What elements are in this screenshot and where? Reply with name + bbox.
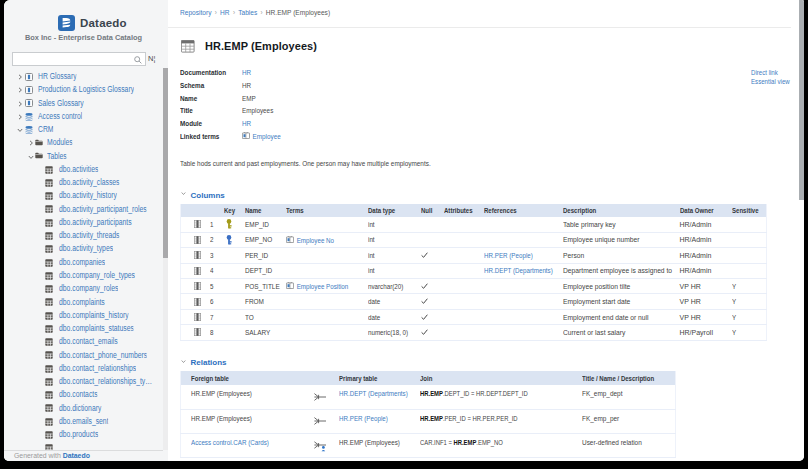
column-references: HR.DEPT (Departments) [484, 267, 553, 274]
tree-item[interactable]: dbo.activity_threads [4, 229, 163, 242]
table-icon [45, 259, 53, 267]
tree-item[interactable]: dbo.company_role_types [4, 269, 163, 282]
column-name-text: DEPT_ID [245, 267, 272, 274]
column-sensitive-text: Y [732, 283, 736, 290]
term-link[interactable]: Employee Position [296, 283, 348, 290]
tree-item[interactable]: dbo.companies [4, 256, 163, 269]
column-references-cell [480, 294, 559, 309]
breadcrumb-link[interactable]: Tables [238, 9, 257, 16]
relation-row[interactable]: Access control.CAR (Cards)HR.EMP (Employ… [181, 433, 676, 457]
column-row[interactable]: 1EMP_IDintTable primary keyHR/Admin [181, 217, 767, 232]
column-ordinal-text: 8 [210, 329, 213, 336]
breadcrumb-separator: › [215, 9, 217, 16]
column-row[interactable]: 6FROMdateEmployment start dateVP HRY [181, 294, 767, 309]
breadcrumb-link[interactable]: HR [220, 9, 230, 16]
table-icon [45, 351, 53, 359]
term-link[interactable]: Employee No [296, 237, 333, 244]
column-datatype: numeric(18, 0) [364, 325, 417, 340]
main-scrollbar-thumb[interactable] [799, 0, 804, 200]
clipped-label: N¦ [148, 53, 163, 65]
tree-item[interactable]: dbo.activity_classes [4, 176, 163, 189]
column-row[interactable]: 5POS_TITLEEmployee Positionnvarchar(20)E… [181, 278, 767, 293]
column-term-cell: Employee Position [282, 278, 364, 293]
column-data-owner-text: HR/Admin [680, 221, 712, 228]
columns-header-cell [181, 204, 206, 216]
column-name: EMP_NO [241, 232, 282, 247]
columns-section-header[interactable]: Columns [181, 191, 225, 201]
column-row[interactable]: 2EMP_NOEmployee NointEmployee unique num… [181, 232, 767, 247]
primary-key-icon [226, 219, 232, 229]
search-box[interactable] [12, 52, 146, 66]
tree-item[interactable]: dbo.activity_types [4, 242, 163, 255]
primary-table-link[interactable]: HR.PER (People) [339, 415, 388, 422]
table-icon [45, 192, 53, 200]
columns-header-cell: References [480, 204, 559, 216]
columns-header-label: Terms [286, 207, 304, 214]
tree-item[interactable]: dbo.emails_sent [4, 415, 163, 428]
catalog-subtitle: Box Inc - Enterprise Data Catalog [4, 33, 163, 42]
column-attributes-cell [440, 263, 480, 278]
column-row[interactable]: 4DEPT_IDintHR.DEPT (Departments)Departme… [181, 263, 767, 278]
tree-item[interactable]: dbo.products [4, 428, 163, 441]
foreign-table-link[interactable]: Access control.CAR (Cards) [191, 439, 269, 446]
tree-item[interactable]: Sales Glossary [4, 97, 163, 110]
footer-brand-link[interactable]: Dataedo [63, 452, 90, 459]
tree-item[interactable]: Tables [4, 150, 163, 163]
tree-item[interactable]: Production & Logistics Glossary [4, 83, 163, 96]
column-key-cell [220, 294, 241, 309]
column-row[interactable]: 3PER_IDintHR.PER (People)PersonHR/Admin [181, 248, 767, 263]
tree-item[interactable]: dbo.contact_relationships [4, 362, 163, 375]
tree-item[interactable]: dbo.activity_participants [4, 216, 163, 229]
tree-item[interactable] [4, 441, 163, 450]
primary-table-link[interactable]: HR.DEPT (Departments) [339, 390, 408, 397]
tree-item-label: dbo.activity_participants [59, 216, 132, 229]
relation-row[interactable]: HR.EMP (Employees)HR.DEPT (Departments)H… [181, 385, 676, 409]
tree-item-label: dbo.activity_classes [59, 176, 120, 189]
column-references-cell [480, 232, 559, 247]
tree-item[interactable]: CRM [4, 123, 163, 136]
breadcrumb-divider [168, 27, 791, 28]
reference-link[interactable]: HR.PER (People) [484, 252, 533, 259]
direct-link[interactable]: Direct link [751, 68, 790, 77]
relation-title: FK_emp_per [578, 409, 676, 433]
top-links: Direct link Essential view [751, 68, 790, 87]
essential-view-link[interactable]: Essential view [751, 77, 790, 86]
relation-row[interactable]: HR.EMP (Employees)HR.PER (People)HR.EMP.… [181, 409, 676, 433]
metadata-value-link[interactable]: HR [242, 119, 251, 128]
tree-item[interactable]: Access control [4, 110, 163, 123]
tree-item[interactable]: Modules [4, 136, 163, 149]
tree-item[interactable]: dbo.dictionary [4, 402, 163, 415]
tree-item[interactable]: dbo.contact_phone_numbers [4, 349, 163, 362]
column-row[interactable]: 7TOdateEmployment end date or nullVP HRY [181, 309, 767, 324]
tree-item[interactable]: dbo.company_roles [4, 282, 163, 295]
tree-item[interactable]: dbo.complaints [4, 296, 163, 309]
tree-item[interactable]: HR Glossary [4, 70, 163, 83]
column-description-text: Current or last salary [563, 329, 625, 336]
relations-section-header[interactable]: Relations [181, 358, 227, 368]
tree-item[interactable]: dbo.activity_history [4, 189, 163, 202]
tree-item[interactable]: dbo.complaints_statuses [4, 322, 163, 335]
tree-item[interactable]: dbo.contacts [4, 388, 163, 401]
sidebar-footer: Generated with Dataedo [4, 450, 163, 461]
metadata-value-link[interactable]: Employee [253, 132, 281, 141]
tree-item[interactable]: dbo.contact_emails [4, 335, 163, 348]
metadata-value-link[interactable]: HR [242, 68, 251, 77]
column-datatype-text: numeric(18, 0) [368, 329, 408, 336]
tree-item-label: dbo.activity_history [59, 189, 117, 202]
reference-link[interactable]: HR.DEPT (Departments) [484, 267, 553, 274]
column-row[interactable]: 8SALARYnumeric(18, 0)Current or last sal… [181, 325, 767, 340]
tree-item[interactable]: dbo.complaints_history [4, 309, 163, 322]
chevron-right-icon [17, 87, 23, 93]
column-data-owner-text: VP HR [680, 298, 701, 305]
tree-item[interactable]: dbo.activity_participant_roles [4, 203, 163, 216]
tree-item[interactable]: dbo.contact_relationships_types [4, 375, 163, 388]
column-ordinal: 8 [206, 325, 220, 340]
column-data-owner-text: HR/Admin [680, 236, 712, 243]
column-term-cell [282, 325, 364, 340]
search-input[interactable] [15, 53, 133, 65]
tree-item-label: dbo.complaints [59, 296, 105, 309]
column-data-owner-text: VP HR [680, 314, 701, 321]
relation-primary-text: HR.DEPT (Departments) [339, 390, 408, 397]
breadcrumb-link[interactable]: Repository [180, 9, 211, 16]
tree-item[interactable]: dbo.activities [4, 163, 163, 176]
